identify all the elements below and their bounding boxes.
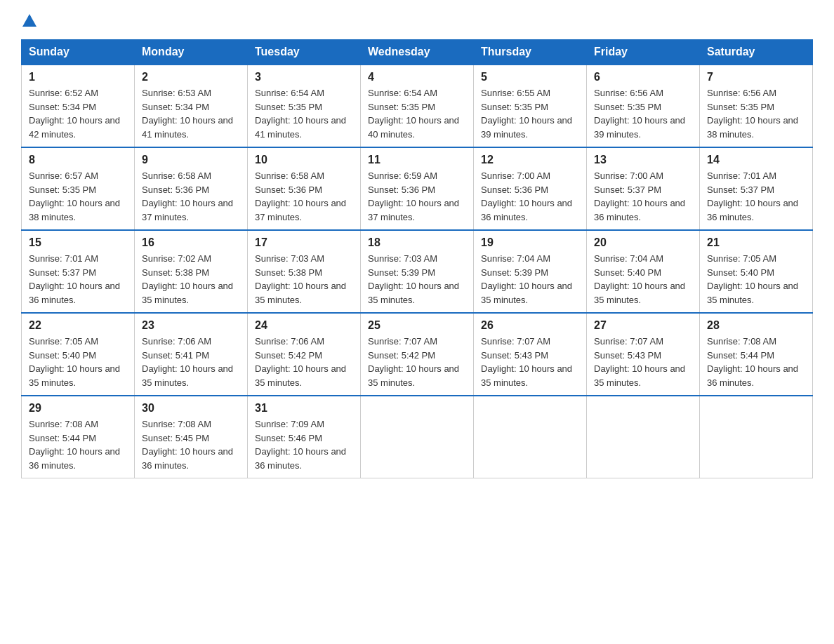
day-info: Sunrise: 7:03 AMSunset: 5:38 PMDaylight:… xyxy=(255,253,346,305)
day-info: Sunrise: 7:06 AMSunset: 5:42 PMDaylight:… xyxy=(255,336,346,388)
calendar-cell: 6 Sunrise: 6:56 AMSunset: 5:35 PMDayligh… xyxy=(587,65,700,147)
calendar-cell: 7 Sunrise: 6:56 AMSunset: 5:35 PMDayligh… xyxy=(700,65,813,147)
day-info: Sunrise: 6:57 AMSunset: 5:35 PMDaylight:… xyxy=(29,170,120,222)
day-number: 22 xyxy=(29,319,127,332)
day-number: 20 xyxy=(594,236,692,249)
calendar-cell: 22 Sunrise: 7:05 AMSunset: 5:40 PMDaylig… xyxy=(22,313,135,396)
calendar-cell: 11 Sunrise: 6:59 AMSunset: 5:36 PMDaylig… xyxy=(361,147,474,230)
calendar-cell: 28 Sunrise: 7:08 AMSunset: 5:44 PMDaylig… xyxy=(700,313,813,396)
header-sunday: Sunday xyxy=(22,40,135,65)
header-tuesday: Tuesday xyxy=(248,40,361,65)
week-row-5: 29 Sunrise: 7:08 AMSunset: 5:44 PMDaylig… xyxy=(22,396,813,478)
day-info: Sunrise: 6:58 AMSunset: 5:36 PMDaylight:… xyxy=(255,170,346,222)
day-info: Sunrise: 7:06 AMSunset: 5:41 PMDaylight:… xyxy=(142,336,233,388)
day-number: 30 xyxy=(142,402,240,415)
day-info: Sunrise: 6:52 AMSunset: 5:34 PMDaylight:… xyxy=(29,88,120,140)
week-row-2: 8 Sunrise: 6:57 AMSunset: 5:35 PMDayligh… xyxy=(22,147,813,230)
calendar-cell: 4 Sunrise: 6:54 AMSunset: 5:35 PMDayligh… xyxy=(361,65,474,147)
calendar-cell xyxy=(700,396,813,478)
calendar-cell: 17 Sunrise: 7:03 AMSunset: 5:38 PMDaylig… xyxy=(248,230,361,313)
day-number: 4 xyxy=(368,71,466,83)
calendar-cell: 31 Sunrise: 7:09 AMSunset: 5:46 PMDaylig… xyxy=(248,396,361,478)
logo xyxy=(21,14,37,25)
day-info: Sunrise: 6:54 AMSunset: 5:35 PMDaylight:… xyxy=(255,88,346,140)
calendar-cell: 5 Sunrise: 6:55 AMSunset: 5:35 PMDayligh… xyxy=(474,65,587,147)
week-row-3: 15 Sunrise: 7:01 AMSunset: 5:37 PMDaylig… xyxy=(22,230,813,313)
calendar-cell: 25 Sunrise: 7:07 AMSunset: 5:42 PMDaylig… xyxy=(361,313,474,396)
day-info: Sunrise: 6:59 AMSunset: 5:36 PMDaylight:… xyxy=(368,170,459,222)
day-number: 2 xyxy=(142,71,240,83)
calendar-cell: 1 Sunrise: 6:52 AMSunset: 5:34 PMDayligh… xyxy=(22,65,135,147)
day-number: 15 xyxy=(29,236,127,249)
calendar-cell: 12 Sunrise: 7:00 AMSunset: 5:36 PMDaylig… xyxy=(474,147,587,230)
calendar-cell: 18 Sunrise: 7:03 AMSunset: 5:39 PMDaylig… xyxy=(361,230,474,313)
day-number: 14 xyxy=(707,154,805,166)
day-number: 7 xyxy=(707,71,805,83)
day-number: 9 xyxy=(142,154,240,166)
day-number: 31 xyxy=(255,402,353,415)
calendar-cell: 19 Sunrise: 7:04 AMSunset: 5:39 PMDaylig… xyxy=(474,230,587,313)
week-row-1: 1 Sunrise: 6:52 AMSunset: 5:34 PMDayligh… xyxy=(22,65,813,147)
calendar-cell: 3 Sunrise: 6:54 AMSunset: 5:35 PMDayligh… xyxy=(248,65,361,147)
calendar-cell: 13 Sunrise: 7:00 AMSunset: 5:37 PMDaylig… xyxy=(587,147,700,230)
day-info: Sunrise: 7:07 AMSunset: 5:43 PMDaylight:… xyxy=(594,336,685,388)
calendar-cell: 14 Sunrise: 7:01 AMSunset: 5:37 PMDaylig… xyxy=(700,147,813,230)
day-number: 8 xyxy=(29,154,127,166)
day-info: Sunrise: 6:54 AMSunset: 5:35 PMDaylight:… xyxy=(368,88,459,140)
svg-marker-0 xyxy=(22,14,37,27)
day-info: Sunrise: 7:04 AMSunset: 5:39 PMDaylight:… xyxy=(481,253,572,305)
day-number: 1 xyxy=(29,71,127,83)
calendar-header-row: SundayMondayTuesdayWednesdayThursdayFrid… xyxy=(22,40,813,65)
day-number: 19 xyxy=(481,236,579,249)
calendar-cell: 29 Sunrise: 7:08 AMSunset: 5:44 PMDaylig… xyxy=(22,396,135,478)
calendar-cell: 30 Sunrise: 7:08 AMSunset: 5:45 PMDaylig… xyxy=(135,396,248,478)
day-number: 24 xyxy=(255,319,353,332)
day-number: 13 xyxy=(594,154,692,166)
calendar-cell xyxy=(587,396,700,478)
day-info: Sunrise: 7:08 AMSunset: 5:45 PMDaylight:… xyxy=(142,419,233,471)
day-number: 16 xyxy=(142,236,240,249)
day-number: 25 xyxy=(368,319,466,332)
day-info: Sunrise: 7:01 AMSunset: 5:37 PMDaylight:… xyxy=(29,253,120,305)
day-info: Sunrise: 7:01 AMSunset: 5:37 PMDaylight:… xyxy=(707,170,798,222)
calendar-cell: 20 Sunrise: 7:04 AMSunset: 5:40 PMDaylig… xyxy=(587,230,700,313)
calendar-cell: 2 Sunrise: 6:53 AMSunset: 5:34 PMDayligh… xyxy=(135,65,248,147)
day-number: 12 xyxy=(481,154,579,166)
day-number: 28 xyxy=(707,319,805,332)
day-info: Sunrise: 7:08 AMSunset: 5:44 PMDaylight:… xyxy=(29,419,120,471)
day-info: Sunrise: 7:03 AMSunset: 5:39 PMDaylight:… xyxy=(368,253,459,305)
calendar-cell: 23 Sunrise: 7:06 AMSunset: 5:41 PMDaylig… xyxy=(135,313,248,396)
calendar-cell: 24 Sunrise: 7:06 AMSunset: 5:42 PMDaylig… xyxy=(248,313,361,396)
calendar-cell xyxy=(474,396,587,478)
day-info: Sunrise: 7:05 AMSunset: 5:40 PMDaylight:… xyxy=(29,336,120,388)
day-info: Sunrise: 7:02 AMSunset: 5:38 PMDaylight:… xyxy=(142,253,233,305)
day-info: Sunrise: 6:56 AMSunset: 5:35 PMDaylight:… xyxy=(707,88,798,140)
day-info: Sunrise: 7:09 AMSunset: 5:46 PMDaylight:… xyxy=(255,419,346,471)
day-number: 3 xyxy=(255,71,353,83)
calendar-cell: 27 Sunrise: 7:07 AMSunset: 5:43 PMDaylig… xyxy=(587,313,700,396)
week-row-4: 22 Sunrise: 7:05 AMSunset: 5:40 PMDaylig… xyxy=(22,313,813,396)
day-info: Sunrise: 6:53 AMSunset: 5:34 PMDaylight:… xyxy=(142,88,233,140)
header-thursday: Thursday xyxy=(474,40,587,65)
logo-triangle-icon xyxy=(22,14,37,27)
day-info: Sunrise: 7:07 AMSunset: 5:42 PMDaylight:… xyxy=(368,336,459,388)
day-number: 6 xyxy=(594,71,692,83)
page-header xyxy=(21,14,813,25)
day-info: Sunrise: 7:04 AMSunset: 5:40 PMDaylight:… xyxy=(594,253,685,305)
header-friday: Friday xyxy=(587,40,700,65)
header-wednesday: Wednesday xyxy=(361,40,474,65)
day-info: Sunrise: 7:00 AMSunset: 5:36 PMDaylight:… xyxy=(481,170,572,222)
calendar-table: SundayMondayTuesdayWednesdayThursdayFrid… xyxy=(21,39,813,478)
day-info: Sunrise: 6:58 AMSunset: 5:36 PMDaylight:… xyxy=(142,170,233,222)
day-info: Sunrise: 6:56 AMSunset: 5:35 PMDaylight:… xyxy=(594,88,685,140)
day-info: Sunrise: 7:08 AMSunset: 5:44 PMDaylight:… xyxy=(707,336,798,388)
calendar-cell: 10 Sunrise: 6:58 AMSunset: 5:36 PMDaylig… xyxy=(248,147,361,230)
day-number: 27 xyxy=(594,319,692,332)
calendar-cell xyxy=(361,396,474,478)
day-number: 29 xyxy=(29,402,127,415)
day-number: 11 xyxy=(368,154,466,166)
calendar-cell: 15 Sunrise: 7:01 AMSunset: 5:37 PMDaylig… xyxy=(22,230,135,313)
day-info: Sunrise: 6:55 AMSunset: 5:35 PMDaylight:… xyxy=(481,88,572,140)
calendar-cell: 21 Sunrise: 7:05 AMSunset: 5:40 PMDaylig… xyxy=(700,230,813,313)
calendar-cell: 9 Sunrise: 6:58 AMSunset: 5:36 PMDayligh… xyxy=(135,147,248,230)
